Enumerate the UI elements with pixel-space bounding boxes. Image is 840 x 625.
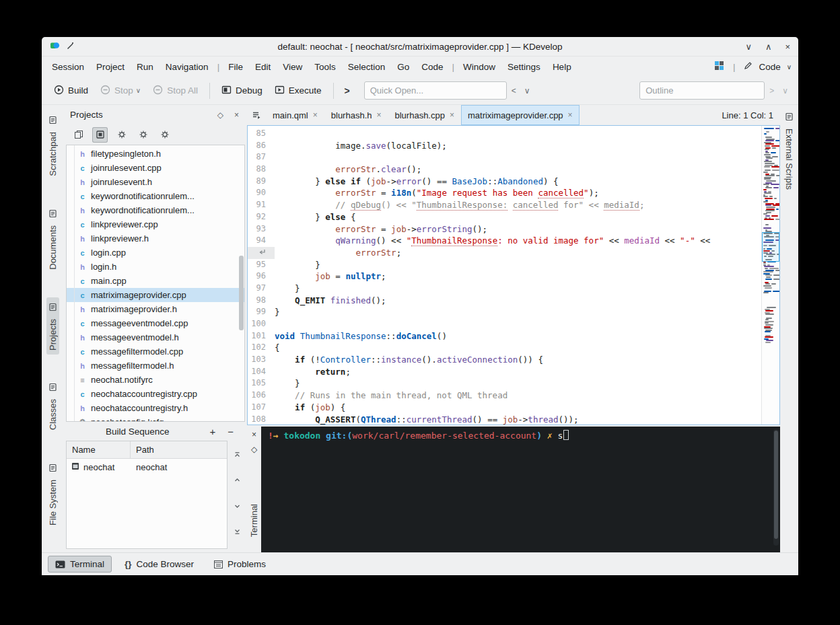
document-list-icon[interactable]: [247, 105, 266, 125]
debug-button[interactable]: Debug: [216, 81, 268, 100]
sidebar-tab-external-scripts[interactable]: External Scripts: [784, 112, 794, 190]
configure-gear-button[interactable]: [157, 127, 172, 143]
file-name: neochataccountregistry.h: [91, 403, 188, 413]
menu-item-session[interactable]: Session: [46, 60, 90, 74]
locate-current-document-button[interactable]: [71, 127, 86, 143]
menu-item-selection[interactable]: Selection: [342, 60, 392, 74]
minimap-viewport[interactable]: [762, 232, 779, 262]
sidebar-tab-documents[interactable]: Documents: [46, 204, 59, 274]
build-sequence-row[interactable]: neochatneochat: [67, 459, 227, 476]
tree-item-neochatconfig-kcfg[interactable]: ⚙neochatconfig.kcfg: [67, 415, 244, 422]
editor-tab-blurhash-cpp[interactable]: blurhash.cpp×: [388, 105, 461, 125]
toolbar-expand-icon[interactable]: >: [340, 85, 355, 96]
tree-item-keywordnotificationrulem[interactable]: hkeywordnotificationrulem...: [67, 203, 244, 217]
menu-item-navigation[interactable]: Navigation: [160, 60, 215, 74]
move-to-bottom-button[interactable]: [234, 526, 241, 538]
move-up-button[interactable]: [234, 474, 241, 486]
tree-item-linkpreviewer-cpp[interactable]: clinkpreviewer.cpp: [67, 217, 244, 231]
editor-tab-main-qml[interactable]: main.qml×: [266, 105, 324, 125]
execute-button[interactable]: Execute: [269, 81, 327, 100]
column-header-name[interactable]: Name: [67, 441, 131, 458]
history-back-icon[interactable]: <: [508, 85, 520, 97]
tree-item-matriximageprovider-h[interactable]: hmatriximageprovider.h: [67, 302, 244, 316]
tree-item-joinrulesevent-h[interactable]: hjoinrulesevent.h: [67, 175, 244, 189]
editor-tab-matriximageprovider-cpp[interactable]: matriximageprovider.cpp×: [461, 105, 580, 125]
terminal-scrollbar-thumb[interactable]: [774, 431, 778, 539]
menu-item-code[interactable]: Code: [415, 60, 449, 74]
tree-item-login-cpp[interactable]: clogin.cpp: [67, 246, 244, 260]
menu-item-tools[interactable]: Tools: [308, 60, 342, 74]
add-build-item-button[interactable]: +: [203, 426, 221, 437]
editor-tab-blurhash-h[interactable]: blurhash.h×: [324, 105, 388, 125]
code-view[interactable]: 8586 image.save(localFile);8788 errorStr…: [248, 126, 761, 425]
menu-item-edit[interactable]: Edit: [249, 60, 277, 74]
menu-item-view[interactable]: View: [277, 60, 308, 74]
tab-close-icon[interactable]: ×: [450, 110, 454, 120]
tab-close-icon[interactable]: ×: [313, 110, 318, 120]
menu-item-go[interactable]: Go: [391, 60, 415, 74]
tab-close-icon[interactable]: ×: [568, 110, 573, 120]
move-to-top-button[interactable]: [234, 449, 241, 461]
tree-item-neochataccountregistry-h[interactable]: hneochataccountregistry.h: [67, 401, 244, 415]
tab-close-icon[interactable]: ×: [376, 110, 381, 120]
quick-open-input[interactable]: [364, 81, 507, 100]
minimize-button[interactable]: ∨: [745, 42, 752, 51]
stop-dropdown-icon[interactable]: ∨: [136, 87, 141, 94]
tree-item-messageeventmodel-cpp[interactable]: cmessageeventmodel.cpp: [67, 316, 244, 330]
move-down-button[interactable]: [234, 501, 241, 513]
build-button[interactable]: Build: [48, 81, 94, 100]
tree-item-joinrulesevent-cpp[interactable]: cjoinrulesevent.cpp: [67, 161, 244, 175]
close-panel-icon[interactable]: ×: [232, 110, 241, 120]
tree-item-linkpreviewer-h[interactable]: hlinkpreviewer.h: [67, 231, 244, 246]
stop-button[interactable]: Stop ∨: [95, 81, 146, 100]
documents-icon: [48, 209, 57, 221]
terminal-scrollbar[interactable]: [773, 429, 779, 546]
install-gear-button[interactable]: [135, 127, 151, 143]
maximize-button[interactable]: ∧: [765, 42, 772, 51]
toolview-button-code-browser[interactable]: {}Code Browser: [117, 556, 201, 573]
menu-item-run[interactable]: Run: [131, 60, 160, 74]
close-terminal-icon[interactable]: ×: [252, 430, 256, 439]
show-targets-button[interactable]: [92, 127, 108, 143]
build-gear-button[interactable]: [114, 127, 129, 143]
sidebar-tab-file-system[interactable]: File System: [46, 458, 59, 530]
outline-input[interactable]: [639, 81, 765, 100]
menu-item-settings[interactable]: Settings: [501, 60, 547, 74]
minimap[interactable]: [761, 126, 779, 425]
tree-item-messagefiltermodel-h[interactable]: hmessagefiltermodel.h: [67, 359, 244, 373]
sidebar-tab-classes[interactable]: Classes: [46, 377, 59, 435]
sidebar-tab-scratchpad[interactable]: Scratchpad: [46, 110, 59, 181]
column-header-path[interactable]: Path: [131, 445, 160, 455]
menu-item-help[interactable]: Help: [547, 60, 578, 74]
sidebar-tab-projects[interactable]: Projects: [46, 297, 59, 355]
tree-item-neochat-notifyrc[interactable]: ≡neochat.notifyrc: [67, 373, 244, 387]
code-editor[interactable]: 8586 image.save(localFile);8788 errorStr…: [247, 125, 780, 425]
history-forward-icon[interactable]: >: [766, 85, 777, 97]
toolview-button-terminal[interactable]: Terminal: [48, 556, 112, 573]
tree-item-keywordnotificationrulem[interactable]: ckeywordnotificationrulem...: [67, 189, 244, 203]
tree-item-neochataccountregistry-cpp[interactable]: cneochataccountregistry.cpp: [67, 387, 244, 401]
area-switcher-icon[interactable]: [714, 61, 724, 73]
area-switcher-label[interactable]: Code: [759, 62, 780, 72]
tree-item-login-h[interactable]: hlogin.h: [67, 260, 244, 274]
stop-all-button[interactable]: Stop All: [147, 81, 203, 100]
menu-item-file[interactable]: File: [222, 60, 249, 74]
menu-item-window[interactable]: Window: [457, 60, 501, 74]
tree-item-filetypesingleton-h[interactable]: hfiletypesingleton.h: [67, 147, 244, 161]
tree-item-messagefiltermodel-cpp[interactable]: cmessagefiltermodel.cpp: [67, 344, 244, 359]
detach-terminal-icon[interactable]: ◇: [251, 445, 257, 454]
menu-item-project[interactable]: Project: [90, 60, 131, 74]
tree-item-main-cpp[interactable]: cmain.cpp: [67, 274, 244, 288]
detach-panel-icon[interactable]: ◇: [215, 110, 225, 120]
history-dropdown-icon[interactable]: ∨: [521, 85, 534, 97]
tree-item-messageeventmodel-h[interactable]: hmessageeventmodel.h: [67, 330, 244, 344]
toolview-button-problems[interactable]: Problems: [207, 556, 273, 573]
remove-build-item-button[interactable]: −: [221, 426, 240, 437]
terminal-screen[interactable]: !→ tokodon git:(work/carl/remember-selec…: [261, 427, 780, 552]
tree-item-matriximageprovider-cpp[interactable]: cmatriximageprovider.cpp: [67, 288, 244, 302]
titlebar[interactable]: default: neochat - [ neochat/src/matrixi…: [42, 37, 798, 57]
close-button[interactable]: ×: [785, 42, 790, 51]
tree-scrollbar[interactable]: [239, 256, 244, 330]
forward-dropdown-icon[interactable]: ∨: [779, 85, 792, 97]
chevron-down-icon[interactable]: ∨: [787, 63, 792, 71]
